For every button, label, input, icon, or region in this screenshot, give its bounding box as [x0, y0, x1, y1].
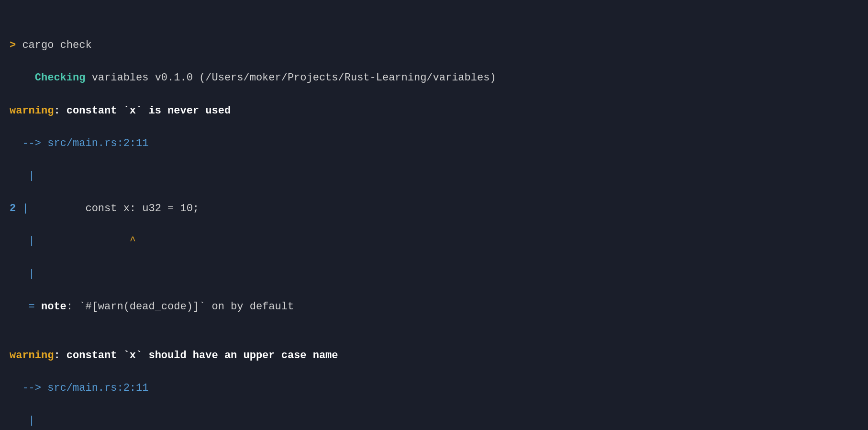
- terminal-line-checking: Checking variables v0.1.0 (/Users/moker/…: [10, 70, 858, 86]
- terminal-line-warn1-pipe2: |: [10, 266, 858, 283]
- terminal-line-warn1-caret: | ^: [10, 233, 858, 249]
- terminal-line-warn2-header: warning: constant `x` should have an upp…: [10, 348, 858, 364]
- terminal-line-warn1-pipe1: |: [10, 168, 858, 184]
- terminal-output: > cargo check Checking variables v0.1.0 …: [10, 5, 858, 430]
- terminal-line-warn1-arrow: --> src/main.rs:2:11: [10, 136, 858, 152]
- terminal-line-warn1-code: 2 | const x: u32 = 10;: [10, 201, 858, 217]
- terminal-line-warn2-pipe1: |: [10, 413, 858, 429]
- terminal-line-warn2-arrow: --> src/main.rs:2:11: [10, 380, 858, 396]
- terminal-line-warn1-note: = note: `#[warn(dead_code)]` on by defau…: [10, 299, 858, 315]
- terminal-line-prompt: > cargo check: [10, 37, 858, 54]
- terminal-line-warn1-header: warning: constant `x` is never used: [10, 103, 858, 119]
